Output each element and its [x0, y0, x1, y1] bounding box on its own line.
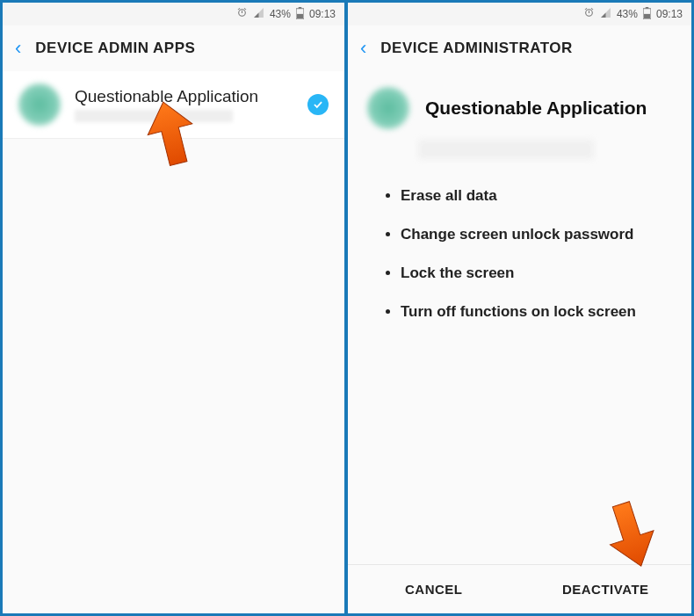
app-subtitle-blurred: [75, 110, 233, 122]
back-button[interactable]: ‹: [15, 37, 21, 60]
battery-icon: [296, 7, 304, 22]
page-title: DEVICE ADMINISTRATOR: [380, 40, 572, 57]
battery-percent: 43%: [270, 8, 291, 20]
phone-screen-right: 43% 09:13 ‹ DEVICE ADMINISTRATOR Questio…: [347, 0, 694, 616]
app-detail-header: Questionable Application: [348, 71, 691, 140]
alarm-icon: [236, 7, 248, 21]
cancel-button[interactable]: CANCEL: [348, 565, 520, 613]
clock-time: 09:13: [656, 8, 683, 20]
app-name-label: Questionable Application: [75, 87, 293, 106]
app-icon: [367, 87, 409, 129]
status-bar: 43% 09:13: [348, 3, 691, 25]
header: ‹ DEVICE ADMIN APPS: [3, 25, 344, 71]
app-icon: [18, 83, 61, 126]
battery-percent: 43%: [617, 8, 638, 20]
footer-actions: CANCEL DEACTIVATE: [348, 564, 691, 613]
phone-screen-left: 43% 09:13 ‹ DEVICE ADMIN APPS Questionab…: [0, 0, 347, 616]
clock-time: 09:13: [309, 8, 336, 20]
enabled-check-icon: [307, 94, 329, 115]
page-title: DEVICE ADMIN APPS: [35, 40, 195, 57]
signal-icon: [253, 7, 264, 21]
deactivate-button[interactable]: DEACTIVATE: [520, 565, 692, 613]
svg-rect-7: [297, 13, 303, 18]
permission-item: Lock the screen: [401, 254, 665, 293]
alarm-icon: [583, 7, 595, 21]
app-name-label: Questionable Application: [425, 98, 647, 119]
status-bar: 43% 09:13: [3, 3, 344, 25]
permission-item: Erase all data: [401, 177, 665, 215]
header: ‹ DEVICE ADMINISTRATOR: [348, 25, 691, 71]
permission-item: Change screen unlock password: [401, 215, 665, 254]
permissions-list: Erase all data Change screen unlock pass…: [348, 166, 691, 331]
permission-item: Turn off functions on lock screen: [401, 293, 665, 331]
app-description-blurred: [418, 140, 594, 159]
annotation-arrow-icon: [604, 499, 658, 569]
battery-icon: [643, 7, 651, 22]
back-button[interactable]: ‹: [360, 37, 366, 60]
admin-app-row[interactable]: Questionable Application: [3, 71, 344, 139]
signal-icon: [600, 7, 611, 21]
svg-rect-10: [644, 13, 650, 18]
